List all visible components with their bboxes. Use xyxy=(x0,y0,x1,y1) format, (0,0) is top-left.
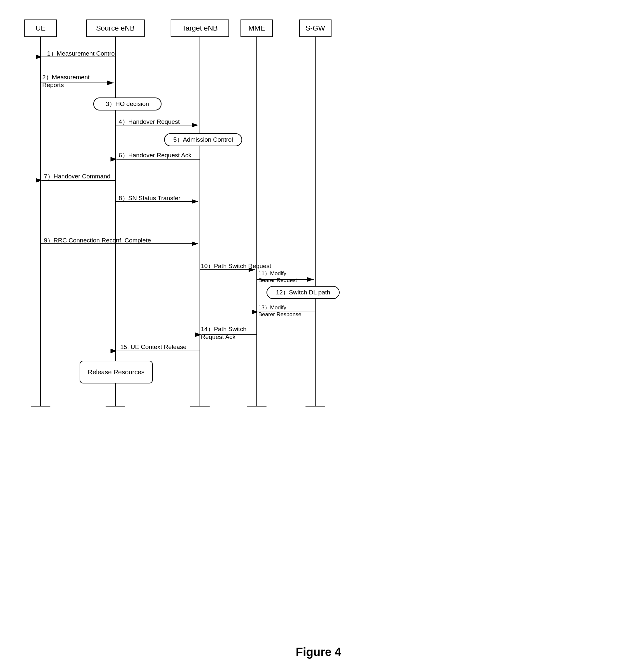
msg-10-label: 10）Path Switch Request xyxy=(201,262,271,270)
msg-13-label: 13）ModifyBearer Response xyxy=(258,304,301,318)
actor-ue: UE xyxy=(24,19,57,37)
sequence-diagram: UE Source eNB Target eNB MME S-GW 1）Meas… xyxy=(0,0,637,617)
release-resources-box: Release Resources xyxy=(79,361,153,383)
msg-2-label: 2）MeasurementReports xyxy=(42,73,90,89)
msg-8-label: 8）SN Status Transfer xyxy=(119,194,180,202)
msg-7-label: 7）Handover Command xyxy=(44,172,110,181)
actor-target-enb: Target eNB xyxy=(170,19,229,37)
figure-caption: Figure 4 xyxy=(0,646,637,659)
msg-11-label: 11）ModifyBearer Request xyxy=(258,270,297,284)
arrows-svg xyxy=(0,0,637,617)
msg-6-label: 6）Handover Request Ack xyxy=(119,151,192,160)
msg-9-label: 9）RRC Connection Reconf. Complete xyxy=(44,236,151,245)
actor-mme: MME xyxy=(240,19,273,37)
msg-1-label: 1）Measurement Control xyxy=(47,49,116,58)
msg-12-switch-dl: 12）Switch DL path xyxy=(267,286,340,299)
actor-source-enb: Source eNB xyxy=(86,19,145,37)
msg-3-ho-decision: 3）HO decision xyxy=(93,97,162,110)
msg-14-label: 14）Path Switch Request Ack xyxy=(201,325,247,341)
actor-sgw: S-GW xyxy=(299,19,331,37)
msg-15-label: 15. UE Context Release xyxy=(120,344,186,351)
msg-4-label: 4）Handover Request xyxy=(119,117,180,126)
msg-5-admission: 5）Admission Control xyxy=(164,133,242,146)
